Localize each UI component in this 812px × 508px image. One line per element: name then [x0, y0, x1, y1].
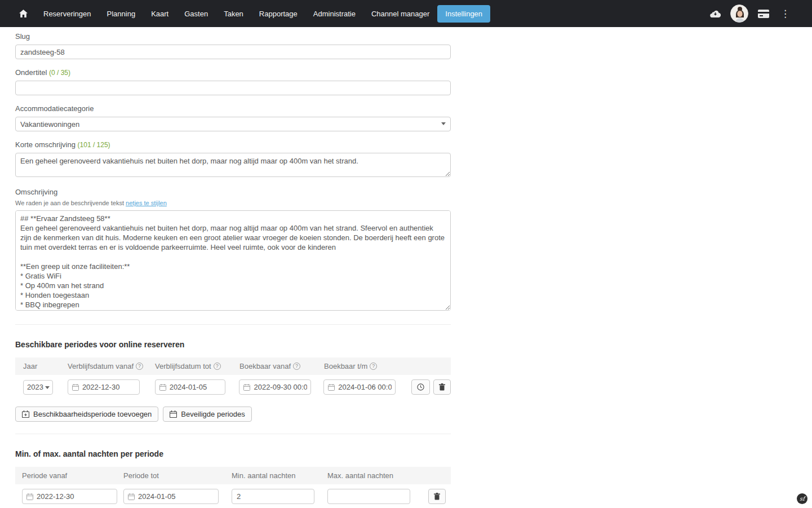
table-header-row: Jaar Verblijfsdatum vanaf ? Verblijfsdat… — [15, 357, 451, 375]
nav-item-gasten[interactable]: Gasten — [176, 5, 216, 23]
trash-icon — [434, 493, 440, 500]
korte-omschrijving-label-text: Korte omschrijving — [15, 140, 76, 149]
nav-item-reserveringen[interactable]: Reserveringen — [36, 5, 99, 23]
slug-input[interactable] — [15, 45, 451, 59]
delete-period-button[interactable] — [433, 379, 451, 395]
nav-item-taken[interactable]: Taken — [216, 5, 251, 23]
slug-label: Slug — [15, 32, 451, 41]
col-verblijfsdatum-tot: Verblijfsdatum tot ? — [155, 362, 239, 370]
stijlen-link[interactable]: netjes te stijlen — [126, 200, 167, 206]
add-availability-period-button[interactable]: Beschikbaarheidsperiode toevoegen — [15, 407, 158, 422]
col-boekbaar-tm: Boekbaar t/m ? — [324, 362, 407, 370]
section-divider — [15, 324, 451, 325]
clock-icon — [417, 383, 424, 391]
boekbaar-vanaf-input[interactable] — [254, 380, 307, 394]
col-periode-tot: Periode tot — [123, 471, 232, 480]
nav-item-rapportage[interactable]: Rapportage — [251, 5, 305, 23]
table-header-row: Periode vanaf Periode tot Min. aantal na… — [15, 467, 451, 484]
cloud-icon[interactable] — [710, 10, 721, 17]
col-periode-vanaf: Periode vanaf — [15, 471, 123, 480]
col-verblijfsdatum-vanaf-label: Verblijfsdatum vanaf — [68, 362, 134, 370]
korte-omschrijving-textarea[interactable]: Een geheel gerenoveerd vakantiehuis net … — [15, 153, 451, 177]
sf-widget-badge[interactable]: sf — [797, 493, 807, 504]
omschrijving-hint: We raden je aan de beschrijvende tekst n… — [15, 200, 451, 206]
ondertitel-label: Ondertitel (0 / 35) — [15, 68, 451, 77]
calendar-icon — [243, 384, 250, 391]
nav-item-planning[interactable]: Planning — [99, 5, 144, 23]
accommodatiecategorie-select[interactable]: Vakantiewoningen — [15, 117, 451, 131]
avatar[interactable] — [730, 5, 748, 23]
omschrijving-hint-text: We raden je aan de beschrijvende tekst — [15, 200, 126, 206]
calendar-plus-icon — [22, 410, 29, 418]
calendar-icon — [26, 493, 33, 500]
calendar-icon — [72, 384, 79, 391]
clock-button[interactable] — [411, 379, 430, 395]
verblijfsdatum-vanaf-input[interactable] — [82, 380, 136, 394]
col-boekbaar-vanaf-label: Boekbaar vanaf — [239, 362, 291, 370]
calendar-icon — [328, 384, 335, 391]
home-icon[interactable] — [19, 10, 28, 17]
help-icon[interactable]: ? — [214, 363, 221, 370]
col-max-nachten-label: Max. aantal nachten — [327, 471, 393, 480]
nav-item-channel-manager[interactable]: Channel manager — [363, 5, 437, 23]
ondertitel-input[interactable] — [15, 81, 451, 95]
korte-omschrijving-label: Korte omschrijving (101 / 125) — [15, 140, 451, 149]
col-periode-vanaf-label: Periode vanaf — [22, 471, 67, 480]
beschikbare-periodes-table: Jaar Verblijfsdatum vanaf ? Verblijfsdat… — [15, 357, 451, 399]
ondertitel-label-text: Ondertitel — [15, 68, 47, 77]
boekbaar-tm-input[interactable] — [338, 380, 392, 394]
col-min-nachten-label: Min. aantal nachten — [232, 471, 295, 480]
col-max-nachten: Max. aantal nachten — [327, 471, 423, 480]
protected-periods-button[interactable]: Beveiligde periodes — [163, 407, 251, 422]
section-divider — [15, 434, 451, 434]
calendar-icon — [170, 410, 177, 418]
nachten-heading: Min. of max. aantal nachten per periode — [15, 449, 451, 458]
table-row: 2023 — [15, 375, 451, 399]
omschrijving-label: Omschrijving — [15, 188, 451, 196]
col-boekbaar-vanaf: Boekbaar vanaf ? — [239, 362, 324, 370]
add-availability-period-label: Beschikbaarheidsperiode toevoegen — [33, 410, 152, 418]
col-verblijfsdatum-tot-label: Verblijfsdatum tot — [155, 362, 211, 370]
calendar-icon — [128, 493, 135, 500]
calendar-icon — [159, 384, 166, 391]
help-icon[interactable]: ? — [136, 363, 143, 370]
trash-icon — [439, 383, 445, 391]
min-nachten-input[interactable] — [232, 489, 314, 504]
nav-item-kaart[interactable]: Kaart — [143, 5, 176, 23]
max-nachten-input[interactable] — [327, 489, 410, 504]
accommodatiecategorie-label: Accommodatiecategorie — [15, 104, 451, 113]
help-icon[interactable]: ? — [370, 363, 377, 370]
col-jaar: Jaar — [15, 362, 68, 370]
korte-omschrijving-counter: (101 / 125) — [78, 141, 110, 149]
col-periode-tot-label: Periode tot — [123, 471, 159, 480]
navbar-right-group: ⋮ — [710, 5, 792, 23]
table-row — [15, 484, 451, 508]
settings-form: Slug Ondertitel (0 / 35) Accommodatiecat… — [0, 27, 451, 508]
nav-item-administratie[interactable]: Administratie — [305, 5, 363, 23]
col-min-nachten: Min. aantal nachten — [232, 471, 327, 480]
beschikbare-periodes-heading: Beschikbare periodes voor online reserve… — [15, 340, 451, 349]
credit-card-icon[interactable] — [758, 10, 769, 18]
col-boekbaar-tm-label: Boekbaar t/m — [324, 362, 367, 370]
protected-periods-label: Beveiligde periodes — [181, 410, 245, 418]
help-icon[interactable]: ? — [293, 363, 300, 370]
periode-vanaf-input[interactable] — [37, 489, 113, 503]
periode-tot-input[interactable] — [138, 489, 215, 503]
kebab-menu-icon[interactable]: ⋮ — [779, 9, 792, 19]
verblijfsdatum-tot-input[interactable] — [170, 380, 221, 394]
ondertitel-counter: (0 / 35) — [49, 69, 70, 77]
omschrijving-textarea[interactable]: ## **Ervaar Zandsteeg 58** Een geheel ge… — [15, 210, 451, 311]
col-verblijfsdatum-vanaf: Verblijfsdatum vanaf ? — [68, 362, 155, 370]
top-navbar: Reserveringen Planning Kaart Gasten Take… — [0, 0, 812, 27]
delete-period-button[interactable] — [428, 489, 446, 504]
nachten-table: Periode vanaf Periode tot Min. aantal na… — [15, 467, 451, 508]
col-jaar-label: Jaar — [23, 362, 37, 370]
jaar-select[interactable]: 2023 — [23, 380, 53, 395]
nav-item-instellingen[interactable]: Instellingen — [437, 5, 490, 23]
